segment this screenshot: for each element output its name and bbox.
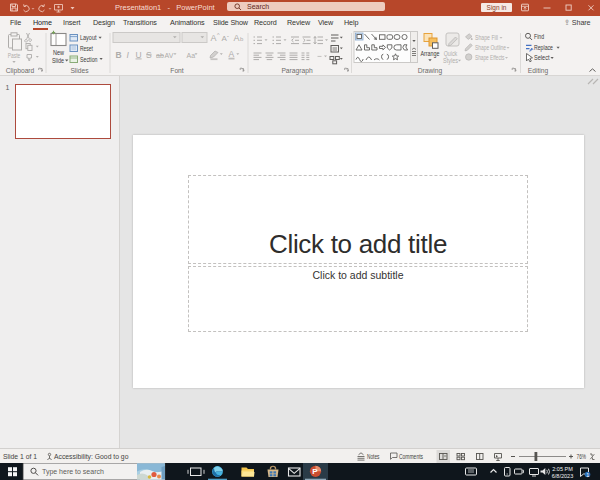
svg-text:Slides: Slides: [70, 67, 89, 74]
svg-text:A: A: [234, 33, 240, 43]
svg-text:Paste: Paste: [8, 52, 21, 59]
svg-text:ˇ: ˇ: [227, 35, 229, 41]
svg-text:New: New: [53, 49, 65, 56]
svg-text:Type here to search: Type here to search: [42, 468, 104, 476]
svg-text:Arrange: Arrange: [421, 50, 440, 58]
svg-text:Clipboard: Clipboard: [6, 67, 35, 75]
svg-text:Comments: Comments: [399, 453, 423, 460]
svg-text:AV: AV: [165, 52, 174, 59]
svg-text:U: U: [136, 50, 142, 60]
svg-text:Editing: Editing: [528, 67, 549, 75]
svg-text:I: I: [127, 50, 130, 60]
svg-text:Slide 1 of 1: Slide 1 of 1: [3, 453, 37, 460]
svg-text:P: P: [312, 467, 318, 476]
svg-text:Aa: Aa: [187, 52, 196, 59]
svg-text:Styles: Styles: [443, 57, 458, 65]
svg-text:Select: Select: [534, 54, 550, 61]
svg-text:Layout: Layout: [80, 34, 97, 42]
svg-text:1: 1: [586, 472, 589, 478]
svg-text:A: A: [229, 49, 235, 59]
svg-text:Section: Section: [80, 56, 98, 63]
svg-text:b: b: [240, 36, 244, 42]
svg-text:Find: Find: [534, 33, 544, 40]
svg-text:Font: Font: [170, 67, 184, 74]
svg-text:Reset: Reset: [80, 45, 93, 52]
svg-text:Drawing: Drawing: [418, 67, 443, 75]
svg-text:6/8/2023: 6/8/2023: [552, 473, 573, 479]
svg-text:Shape Outline: Shape Outline: [475, 44, 506, 52]
svg-text:B: B: [116, 50, 122, 60]
svg-text:ab: ab: [156, 52, 164, 59]
svg-text:^: ^: [217, 32, 220, 38]
svg-text:Shape Effects: Shape Effects: [475, 54, 505, 62]
svg-text:A: A: [211, 33, 217, 43]
svg-text:Paragraph: Paragraph: [281, 67, 313, 75]
svg-text:Slide: Slide: [52, 57, 64, 64]
svg-text:76%: 76%: [577, 453, 587, 460]
svg-text:Accessibility: Good to go: Accessibility: Good to go: [54, 453, 129, 461]
svg-text:Shape Fill: Shape Fill: [475, 34, 498, 42]
svg-text:Notes: Notes: [367, 453, 380, 460]
svg-text:Replace: Replace: [534, 44, 553, 52]
svg-text:2:05 PM: 2:05 PM: [552, 466, 573, 472]
svg-text:S: S: [146, 50, 152, 60]
